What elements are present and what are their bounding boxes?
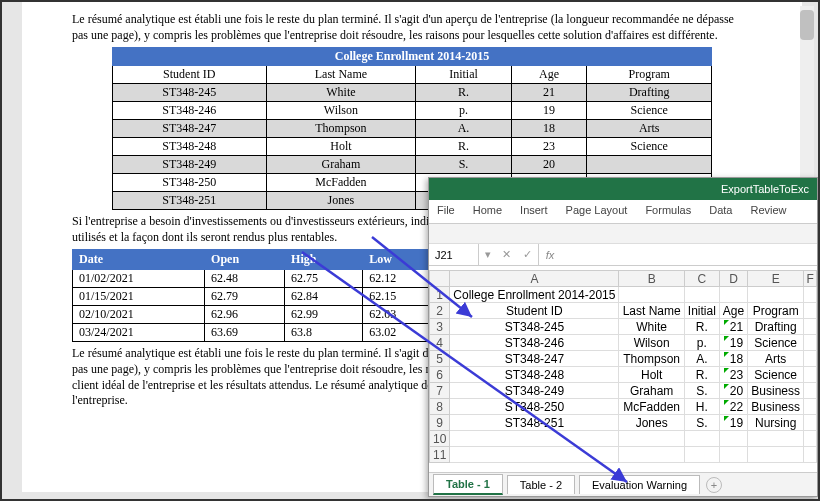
grid-cell[interactable] bbox=[619, 431, 684, 447]
grid-cell[interactable] bbox=[804, 447, 817, 463]
grid-cell[interactable]: R. bbox=[684, 367, 719, 383]
row-header[interactable]: 10 bbox=[430, 431, 450, 447]
grid-cell[interactable]: Last Name bbox=[619, 303, 684, 319]
spreadsheet-grid[interactable]: ABCDEF1College Enrollment 2014-20152Stud… bbox=[429, 266, 817, 472]
ribbon-tab[interactable]: Data bbox=[709, 204, 732, 223]
ribbon-tab[interactable]: Home bbox=[473, 204, 502, 223]
grid-cell[interactable]: ST348-248 bbox=[450, 367, 619, 383]
select-all-corner[interactable] bbox=[430, 271, 450, 287]
ribbon-tab[interactable]: Page Layout bbox=[566, 204, 628, 223]
ribbon-tab[interactable]: Review bbox=[750, 204, 786, 223]
grid-cell[interactable]: ST348-251 bbox=[450, 415, 619, 431]
grid-cell[interactable]: Business bbox=[748, 399, 804, 415]
grid-cell[interactable]: Student ID bbox=[450, 303, 619, 319]
row-header[interactable]: 4 bbox=[430, 335, 450, 351]
grid-cell[interactable]: Program bbox=[748, 303, 804, 319]
grid-cell[interactable] bbox=[804, 431, 817, 447]
grid-cell[interactable] bbox=[804, 415, 817, 431]
cancel-icon[interactable]: ✕ bbox=[502, 248, 511, 261]
grid-cell[interactable]: Science bbox=[748, 335, 804, 351]
row-header[interactable]: 5 bbox=[430, 351, 450, 367]
grid-cell[interactable] bbox=[804, 367, 817, 383]
grid-cell[interactable]: R. bbox=[684, 319, 719, 335]
grid-cell[interactable]: Science bbox=[748, 367, 804, 383]
grid-cell[interactable] bbox=[719, 287, 747, 303]
grid-cell[interactable]: H. bbox=[684, 399, 719, 415]
grid-cell[interactable]: Nursing bbox=[748, 415, 804, 431]
grid-cell[interactable] bbox=[619, 447, 684, 463]
grid-cell[interactable] bbox=[748, 431, 804, 447]
grid-cell[interactable] bbox=[804, 399, 817, 415]
sheet-tab-active[interactable]: Table - 1 bbox=[433, 474, 503, 495]
grid-cell[interactable]: ST348-250 bbox=[450, 399, 619, 415]
grid-cell[interactable] bbox=[804, 319, 817, 335]
formula-buttons[interactable]: ▾ ✕ ✓ bbox=[479, 244, 539, 265]
add-sheet-button[interactable]: + bbox=[706, 477, 722, 493]
grid-cell[interactable] bbox=[619, 287, 684, 303]
column-header[interactable]: E bbox=[748, 271, 804, 287]
grid-cell[interactable]: S. bbox=[684, 415, 719, 431]
grid-cell[interactable]: Drafting bbox=[748, 319, 804, 335]
grid-cell[interactable]: Business bbox=[748, 383, 804, 399]
row-header[interactable]: 9 bbox=[430, 415, 450, 431]
grid-cell[interactable]: A. bbox=[684, 351, 719, 367]
grid-cell[interactable] bbox=[804, 303, 817, 319]
grid-cell[interactable] bbox=[450, 431, 619, 447]
grid-cell[interactable]: S. bbox=[684, 383, 719, 399]
grid-cell[interactable]: Thompson bbox=[619, 351, 684, 367]
grid-cell[interactable] bbox=[719, 447, 747, 463]
grid-cell[interactable] bbox=[804, 287, 817, 303]
grid-cell[interactable]: 21 bbox=[719, 319, 747, 335]
row-header[interactable]: 1 bbox=[430, 287, 450, 303]
name-box[interactable]: J21 bbox=[429, 244, 479, 265]
grid-cell[interactable] bbox=[804, 335, 817, 351]
grid-cell[interactable]: College Enrollment 2014-2015 bbox=[450, 287, 619, 303]
grid-cell[interactable]: Arts bbox=[748, 351, 804, 367]
excel-titlebar[interactable]: ExportTableToExc bbox=[429, 178, 817, 200]
grid-cell[interactable]: 23 bbox=[719, 367, 747, 383]
grid-cell[interactable]: 20 bbox=[719, 383, 747, 399]
grid-cell[interactable]: Holt bbox=[619, 367, 684, 383]
ribbon-tab[interactable]: Formulas bbox=[645, 204, 691, 223]
ribbon-tab[interactable]: Insert bbox=[520, 204, 548, 223]
column-header[interactable]: C bbox=[684, 271, 719, 287]
row-header[interactable]: 6 bbox=[430, 367, 450, 383]
row-header[interactable]: 3 bbox=[430, 319, 450, 335]
scrollbar-thumb[interactable] bbox=[800, 10, 814, 40]
column-header[interactable]: D bbox=[719, 271, 747, 287]
row-header[interactable]: 11 bbox=[430, 447, 450, 463]
grid-cell[interactable]: 19 bbox=[719, 335, 747, 351]
grid-cell[interactable] bbox=[748, 287, 804, 303]
dropdown-icon[interactable]: ▾ bbox=[485, 248, 491, 261]
column-header[interactable]: B bbox=[619, 271, 684, 287]
sheet-tab[interactable]: Evaluation Warning bbox=[579, 475, 700, 494]
grid-cell[interactable]: 19 bbox=[719, 415, 747, 431]
ribbon-tab[interactable]: File bbox=[437, 204, 455, 223]
grid-cell[interactable] bbox=[804, 351, 817, 367]
sheet-tab[interactable]: Table - 2 bbox=[507, 475, 575, 494]
row-header[interactable]: 2 bbox=[430, 303, 450, 319]
confirm-icon[interactable]: ✓ bbox=[523, 248, 532, 261]
grid-cell[interactable]: Initial bbox=[684, 303, 719, 319]
grid-cell[interactable] bbox=[748, 447, 804, 463]
grid-cell[interactable]: ST348-247 bbox=[450, 351, 619, 367]
grid-cell[interactable]: Age bbox=[719, 303, 747, 319]
column-header[interactable]: A bbox=[450, 271, 619, 287]
grid-cell[interactable]: Wilson bbox=[619, 335, 684, 351]
grid-cell[interactable]: McFadden bbox=[619, 399, 684, 415]
grid-cell[interactable]: White bbox=[619, 319, 684, 335]
column-header[interactable]: F bbox=[804, 271, 817, 287]
grid-cell[interactable] bbox=[684, 447, 719, 463]
grid-cell[interactable] bbox=[450, 447, 619, 463]
grid-cell[interactable]: 22 bbox=[719, 399, 747, 415]
grid-cell[interactable]: ST348-246 bbox=[450, 335, 619, 351]
grid-cell[interactable]: ST348-249 bbox=[450, 383, 619, 399]
grid-cell[interactable]: ST348-245 bbox=[450, 319, 619, 335]
grid-cell[interactable] bbox=[684, 287, 719, 303]
grid-cell[interactable]: 18 bbox=[719, 351, 747, 367]
grid-cell[interactable]: Graham bbox=[619, 383, 684, 399]
grid-cell[interactable] bbox=[684, 431, 719, 447]
grid-cell[interactable]: Jones bbox=[619, 415, 684, 431]
row-header[interactable]: 8 bbox=[430, 399, 450, 415]
grid-cell[interactable] bbox=[719, 431, 747, 447]
